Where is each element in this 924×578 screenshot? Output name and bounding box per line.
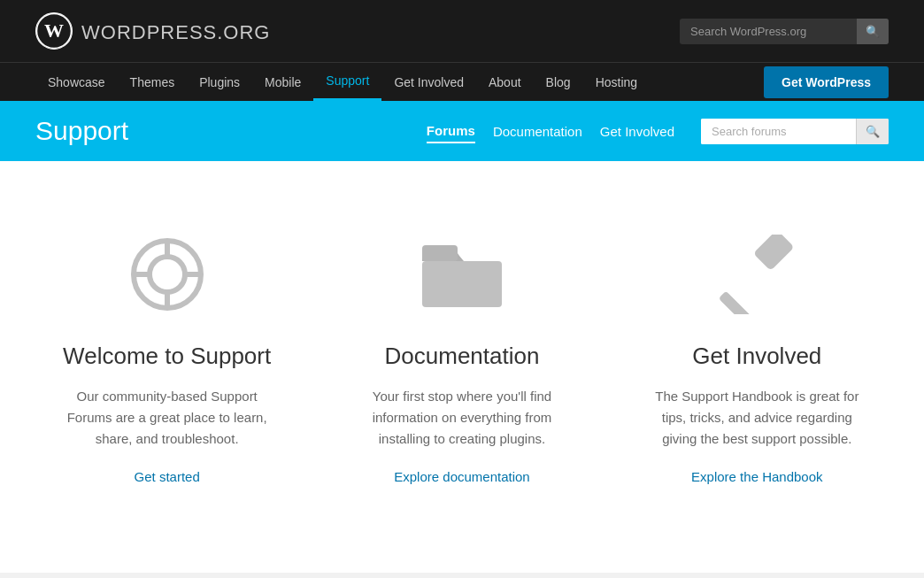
forums-search-button[interactable]: 🔍: [856, 119, 889, 144]
card-welcome: Welcome to Support Our community-based S…: [19, 214, 314, 502]
svg-text:W: W: [44, 19, 64, 42]
card-get-involved-icon-area: [645, 232, 869, 316]
support-nav-get-involved[interactable]: Get Involved: [600, 120, 674, 143]
forums-search-form: 🔍: [701, 119, 889, 144]
logo-main-text: WordPress: [81, 21, 217, 43]
nav-item-blog[interactable]: Blog: [534, 65, 583, 100]
hammer-icon: [712, 235, 801, 314]
support-nav-forums[interactable]: Forums: [427, 119, 475, 143]
nav-item-showcase[interactable]: Showcase: [35, 65, 118, 100]
get-wordpress-button[interactable]: Get WordPress: [764, 66, 889, 98]
feature-cards: Welcome to Support Our community-based S…: [19, 214, 905, 502]
svg-point-5: [150, 257, 185, 292]
svg-rect-12: [719, 290, 758, 313]
card-welcome-link[interactable]: Get started: [55, 469, 279, 484]
card-get-involved-link[interactable]: Explore the Handbook: [645, 469, 869, 484]
site-search-form: 🔍: [680, 19, 889, 44]
support-page-title: Support: [35, 116, 128, 146]
nav-item-hosting[interactable]: Hosting: [583, 65, 650, 100]
card-documentation-icon-area: [350, 232, 574, 316]
support-nav: Forums Documentation Get Involved 🔍: [427, 119, 889, 144]
forums-search-input[interactable]: [701, 119, 856, 144]
nav-item-support[interactable]: Support: [313, 63, 381, 101]
nav-item-about[interactable]: About: [476, 65, 534, 100]
lifesaver-icon: [127, 235, 207, 314]
nav-item-get-involved[interactable]: Get Involved: [381, 65, 476, 100]
primary-nav-links: Showcase Themes Plugins Mobile Support G…: [35, 63, 650, 101]
support-nav-documentation[interactable]: Documentation: [493, 120, 582, 143]
card-documentation-title: Documentation: [350, 343, 574, 370]
support-bar: Support Forums Documentation Get Involve…: [0, 101, 924, 161]
logo-area: W WordPress.org: [35, 12, 270, 50]
card-documentation: Documentation Your first stop where you'…: [314, 214, 609, 502]
svg-rect-10: [422, 261, 502, 307]
card-welcome-description: Our community-based Support Forums are a…: [55, 386, 279, 450]
svg-rect-11: [422, 245, 458, 261]
primary-nav: Showcase Themes Plugins Mobile Support G…: [0, 62, 924, 101]
card-get-involved-description: The Support Handbook is great for tips, …: [645, 386, 869, 450]
site-search-button[interactable]: 🔍: [857, 19, 889, 44]
card-welcome-title: Welcome to Support: [55, 343, 279, 370]
card-documentation-link[interactable]: Explore documentation: [350, 469, 574, 484]
folder-icon: [418, 236, 506, 312]
card-welcome-icon-area: [55, 232, 279, 316]
card-get-involved: Get Involved The Support Handbook is gre…: [610, 214, 905, 502]
site-logo-text: WordPress.org: [81, 18, 270, 45]
top-bar: W WordPress.org 🔍: [0, 0, 924, 62]
card-get-involved-title: Get Involved: [645, 343, 869, 370]
nav-item-mobile[interactable]: Mobile: [252, 65, 313, 100]
nav-item-themes[interactable]: Themes: [118, 65, 188, 100]
svg-rect-13: [753, 235, 795, 271]
nav-item-plugins[interactable]: Plugins: [187, 65, 252, 100]
wordpress-logo-icon: W: [35, 12, 73, 50]
site-search-input[interactable]: [680, 19, 857, 44]
card-documentation-description: Your first stop where you'll find inform…: [350, 386, 574, 450]
top-bar-right: 🔍: [680, 19, 889, 44]
main-content: Welcome to Support Our community-based S…: [0, 161, 924, 573]
logo-suffix-text: .org: [217, 21, 270, 43]
